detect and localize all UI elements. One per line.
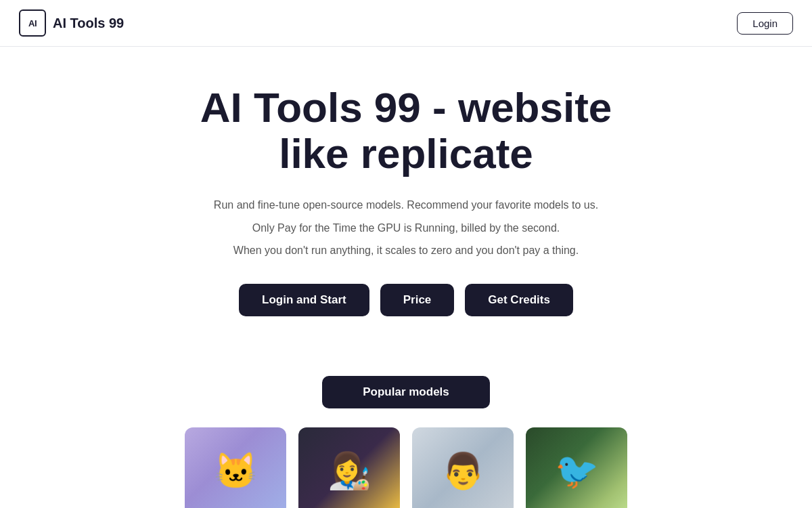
- hero-title: AI Tools 99 - website like replicate: [142, 85, 670, 177]
- logo-area: AI AI Tools 99: [19, 9, 124, 37]
- list-item[interactable]: 👩‍🎨 face-to-sticker API Doc: [298, 427, 400, 508]
- hero-sub-1: Run and fine-tune open-source models. Re…: [14, 196, 798, 214]
- login-start-button[interactable]: Login and Start: [239, 284, 369, 316]
- cta-row: Login and Start Price Get Credits: [14, 284, 798, 316]
- model-image-face-to-sticker: 👩‍🎨: [298, 427, 400, 508]
- model-cards-row: 🐱 sticker-maker API Doc 👩‍🎨 face-to-stic…: [171, 427, 641, 508]
- hero-sub-2: Only Pay for the Time the GPU is Running…: [14, 219, 798, 237]
- model-image-face-to-many: 👨: [412, 427, 514, 508]
- site-header: AI AI Tools 99 Login: [0, 0, 812, 47]
- get-credits-button[interactable]: Get Credits: [465, 284, 573, 316]
- list-item[interactable]: 👨 face-to-many API Doc: [412, 427, 514, 508]
- header-login-button[interactable]: Login: [737, 12, 793, 35]
- logo-icon: AI: [19, 9, 46, 37]
- list-item[interactable]: 🐱 sticker-maker API Doc: [185, 427, 286, 508]
- price-button[interactable]: Price: [380, 284, 455, 316]
- popular-models-button[interactable]: Popular models: [322, 376, 490, 408]
- model-image-sticker-maker: 🐱: [185, 427, 286, 508]
- model-image-clarity-upscaler: 🐦: [526, 427, 627, 508]
- hero-sub-3: When you don't run anything, it scales t…: [14, 241, 798, 259]
- popular-models-section: Popular models 🐱 sticker-maker API Doc 👩…: [0, 376, 812, 508]
- list-item[interactable]: 🐦 clarity-upscaler API Doc: [526, 427, 627, 508]
- site-name: AI Tools 99: [53, 16, 124, 31]
- hero-section: AI Tools 99 - website like replicate Run…: [0, 47, 812, 376]
